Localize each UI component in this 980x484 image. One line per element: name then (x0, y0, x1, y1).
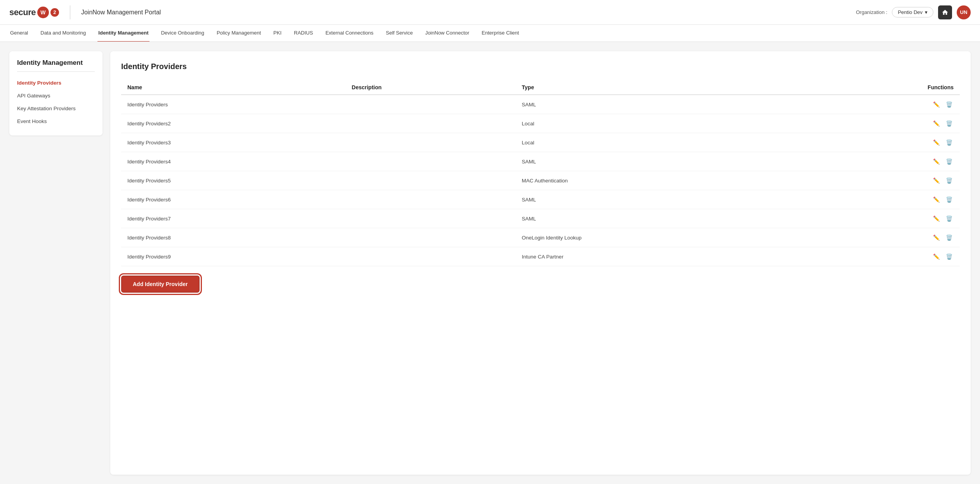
cell-functions: ✏️🗑️ (806, 228, 960, 247)
edit-button[interactable]: ✏️ (932, 100, 941, 109)
nav-item-external-connections[interactable]: External Connections (325, 25, 374, 42)
cell-description (346, 209, 516, 228)
sidebar-item-identity-providers[interactable]: Identity Providers (17, 76, 95, 89)
nav-item-radius[interactable]: RADIUS (293, 25, 314, 42)
delete-button[interactable]: 🗑️ (945, 195, 954, 204)
cell-functions: ✏️🗑️ (806, 95, 960, 114)
cell-type: SAML (516, 190, 806, 209)
user-avatar[interactable]: UN (957, 5, 971, 19)
delete-button[interactable]: 🗑️ (945, 176, 954, 185)
sidebar-item-event-hooks[interactable]: Event Hooks (17, 115, 95, 128)
nav-item-self-service[interactable]: Self Service (385, 25, 414, 42)
cell-functions: ✏️🗑️ (806, 190, 960, 209)
sidebar-items: Identity ProvidersAPI GatewaysKey Attest… (17, 76, 95, 128)
cell-name: Identity Providers3 (121, 133, 346, 152)
nav-item-general[interactable]: General (9, 25, 29, 42)
delete-button[interactable]: 🗑️ (945, 119, 954, 128)
sidebar-title: Identity Management (17, 59, 95, 72)
nav-item-policy-management[interactable]: Policy Management (216, 25, 262, 42)
nav-item-data-monitoring[interactable]: Data and Monitoring (40, 25, 87, 42)
edit-button[interactable]: ✏️ (932, 157, 941, 166)
table-row: Identity Providers2Local✏️🗑️ (121, 114, 960, 133)
delete-button[interactable]: 🗑️ (945, 157, 954, 166)
edit-button[interactable]: ✏️ (932, 195, 941, 204)
edit-button[interactable]: ✏️ (932, 252, 941, 261)
logo-text: secure (9, 7, 36, 17)
home-icon (942, 9, 949, 16)
header-divider (70, 5, 70, 19)
cell-description (346, 228, 516, 247)
cell-description (346, 152, 516, 171)
cell-functions: ✏️🗑️ (806, 133, 960, 152)
table-row: Identity Providers5MAC Authentication✏️🗑… (121, 171, 960, 190)
cell-functions: ✏️🗑️ (806, 114, 960, 133)
nav-item-enterprise-client[interactable]: Enterprise Client (481, 25, 520, 42)
chevron-down-icon: ▾ (925, 9, 928, 15)
cell-type: Local (516, 133, 806, 152)
cell-description (346, 171, 516, 190)
nav-bar: GeneralData and MonitoringIdentity Manag… (0, 25, 980, 42)
org-select[interactable]: Pentio Dev ▾ (892, 7, 933, 17)
edit-button[interactable]: ✏️ (932, 138, 941, 147)
col-functions: Functions (806, 80, 960, 95)
page-layout: Identity Management Identity ProvidersAP… (0, 42, 980, 484)
cell-type: SAML (516, 209, 806, 228)
cell-description (346, 133, 516, 152)
cell-functions: ✏️🗑️ (806, 171, 960, 190)
nav-item-pki[interactable]: PKI (273, 25, 282, 42)
cell-name: Identity Providers (121, 95, 346, 114)
function-icons: ✏️🗑️ (932, 233, 954, 242)
sidebar-item-key-attestation[interactable]: Key Attestation Providers (17, 102, 95, 115)
function-icons: ✏️🗑️ (932, 119, 954, 128)
sidebar: Identity Management Identity ProvidersAP… (9, 51, 103, 135)
add-identity-provider-button[interactable]: Add Identity Provider (121, 276, 200, 293)
function-icons: ✏️🗑️ (932, 176, 954, 185)
table-body: Identity ProvidersSAML✏️🗑️Identity Provi… (121, 95, 960, 266)
function-icons: ✏️🗑️ (932, 252, 954, 261)
cell-type: SAML (516, 152, 806, 171)
function-icons: ✏️🗑️ (932, 138, 954, 147)
logo-num: 2 (50, 8, 59, 17)
table-row: Identity ProvidersSAML✏️🗑️ (121, 95, 960, 114)
cell-type: OneLogin Identity Lookup (516, 228, 806, 247)
edit-button[interactable]: ✏️ (932, 233, 941, 242)
cell-type: Local (516, 114, 806, 133)
col-description: Description (346, 80, 516, 95)
edit-button[interactable]: ✏️ (932, 119, 941, 128)
org-name: Pentio Dev (898, 9, 923, 15)
cell-description (346, 190, 516, 209)
cell-functions: ✏️🗑️ (806, 209, 960, 228)
table-row: Identity Providers3Local✏️🗑️ (121, 133, 960, 152)
header: secure W 2 JoinNow Management Portal Org… (0, 0, 980, 25)
nav-item-identity-management[interactable]: Identity Management (97, 25, 149, 42)
delete-button[interactable]: 🗑️ (945, 100, 954, 109)
table-row: Identity Providers4SAML✏️🗑️ (121, 152, 960, 171)
sidebar-item-api-gateways[interactable]: API Gateways (17, 89, 95, 102)
function-icons: ✏️🗑️ (932, 157, 954, 166)
delete-button[interactable]: 🗑️ (945, 214, 954, 223)
cell-description (346, 95, 516, 114)
cell-type: SAML (516, 95, 806, 114)
delete-button[interactable]: 🗑️ (945, 138, 954, 147)
function-icons: ✏️🗑️ (932, 100, 954, 109)
home-button[interactable] (938, 5, 952, 19)
section-title: Identity Providers (121, 62, 960, 71)
function-icons: ✏️🗑️ (932, 195, 954, 204)
table-row: Identity Providers8OneLogin Identity Loo… (121, 228, 960, 247)
logo-badge: W (37, 7, 49, 18)
nav-item-device-onboarding[interactable]: Device Onboarding (160, 25, 205, 42)
cell-name: Identity Providers4 (121, 152, 346, 171)
delete-button[interactable]: 🗑️ (945, 233, 954, 242)
nav-item-joinnow-connector[interactable]: JoinNow Connector (424, 25, 470, 42)
col-type: Type (516, 80, 806, 95)
cell-name: Identity Providers8 (121, 228, 346, 247)
edit-button[interactable]: ✏️ (932, 176, 941, 185)
edit-button[interactable]: ✏️ (932, 214, 941, 223)
data-table: Name Description Type Functions Identity… (121, 80, 960, 266)
cell-name: Identity Providers7 (121, 209, 346, 228)
cell-functions: ✏️🗑️ (806, 247, 960, 266)
cell-functions: ✏️🗑️ (806, 152, 960, 171)
delete-button[interactable]: 🗑️ (945, 252, 954, 261)
table-row: Identity Providers7SAML✏️🗑️ (121, 209, 960, 228)
cell-description (346, 247, 516, 266)
